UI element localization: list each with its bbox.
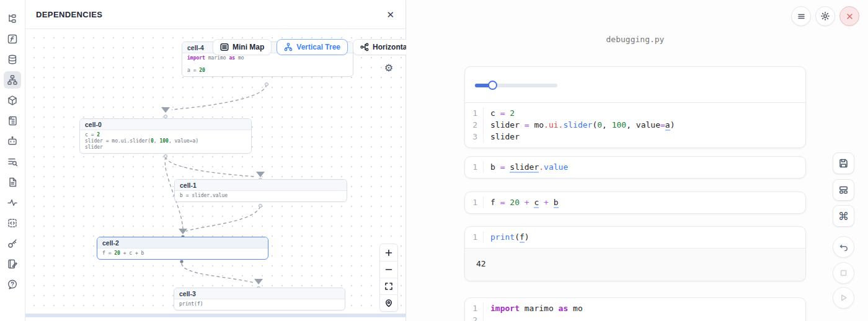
code-line[interactable]: b = slider.value: [484, 161, 568, 173]
undo-icon: [839, 242, 849, 252]
left-icon-rail: [0, 0, 25, 321]
code-line[interactable]: f = 20 + c + b: [484, 196, 559, 208]
dependencies-panel-header: DEPENDENCIES ✕: [25, 0, 405, 29]
zoom-in-button[interactable]: [380, 244, 397, 261]
run-button[interactable]: [833, 287, 854, 309]
code-editor[interactable]: 1c = 2 2slider = mo.ui.slider(0, 100, va…: [465, 103, 805, 147]
panel-resize-handle[interactable]: [25, 314, 406, 317]
tracing-icon[interactable]: [4, 194, 21, 211]
shutdown-button[interactable]: [839, 6, 859, 26]
graph-view-toolbar: Mini Map Vertical Tree Horizontal Tree: [213, 39, 406, 55]
stop-button[interactable]: [833, 262, 854, 284]
code-editor[interactable]: 1b = slider.value: [465, 157, 805, 178]
layout-grid-icon: [838, 185, 849, 195]
horizontal-tree-button[interactable]: Horizontal Tree: [353, 39, 406, 55]
code-snippets-icon[interactable]: [4, 214, 21, 232]
line-number: 2: [465, 314, 484, 321]
node-code-line: print(f): [179, 301, 340, 307]
minimap-icon: [220, 43, 229, 51]
play-icon: [839, 293, 848, 302]
fit-view-button[interactable]: [380, 278, 397, 294]
edge-cell1-cell2: [186, 206, 260, 231]
code-line[interactable]: slider = mo.ui.slider(0, 100, value=a): [484, 119, 675, 131]
notebook-filename: debugging.py: [464, 35, 806, 44]
line-number: 3: [465, 131, 484, 143]
horizontal-tree-label: Horizontal Tree: [373, 43, 406, 51]
slider-thumb[interactable]: [488, 81, 497, 90]
node-code-line: a = 20: [187, 68, 348, 74]
close-x-icon: [846, 12, 854, 20]
minimap-button[interactable]: Mini Map: [213, 39, 272, 55]
node-code-line: c = 2: [85, 132, 246, 138]
dependency-graph-canvas[interactable]: cell-4 import marimo as mo a = 20 cell-0…: [25, 29, 406, 317]
horizontal-tree-icon: [360, 43, 369, 51]
save-floppy-icon: [838, 158, 849, 169]
layout-button[interactable]: [833, 179, 854, 201]
packages-icon[interactable]: [4, 92, 21, 109]
edge-cell2-cell3: [182, 263, 254, 283]
help-icon[interactable]: [4, 276, 21, 293]
node-code-line: [187, 61, 348, 68]
gear-icon: [820, 11, 830, 21]
cell-console-output: 42: [465, 248, 805, 281]
line-number: 1: [465, 302, 484, 314]
node-code-line: import marimo as mo: [187, 55, 348, 61]
close-panel-icon[interactable]: ✕: [386, 10, 394, 19]
node-code-line: b = slider.value: [180, 193, 342, 199]
cell-output-slider: [465, 67, 805, 103]
code-editor[interactable]: 1import marimo as mo 2: [465, 298, 805, 321]
node-title: cell-2: [97, 237, 268, 248]
code-line[interactable]: slider: [484, 131, 520, 143]
center-selection-button[interactable]: [380, 294, 397, 311]
snippets-search-icon[interactable]: [4, 153, 21, 170]
graph-zoom-controls: [379, 244, 398, 312]
functions-icon[interactable]: [4, 30, 21, 48]
menu-button[interactable]: [791, 6, 811, 26]
secrets-key-icon[interactable]: [4, 235, 21, 252]
code-editor[interactable]: 1f = 20 + c + b: [465, 192, 805, 213]
line-number: 1: [465, 196, 484, 208]
code-line[interactable]: c = 2: [484, 107, 515, 119]
panel-title: DEPENDENCIES: [36, 10, 102, 19]
line-number: 1: [465, 231, 484, 243]
undo-button[interactable]: [833, 236, 854, 258]
graph-node-cell-3[interactable]: cell-3 print(f): [174, 288, 345, 310]
hamburger-menu-icon: [797, 12, 806, 21]
slider-control[interactable]: [475, 81, 557, 90]
dependencies-icon[interactable]: [4, 71, 21, 89]
documentation-icon[interactable]: [4, 174, 21, 191]
node-code-line: slider = mo.ui.slider(0, 100, value=a): [85, 138, 246, 144]
vertical-tree-label: Vertical Tree: [296, 43, 340, 51]
save-button[interactable]: [833, 152, 854, 174]
keyboard-shortcuts-button[interactable]: ⌘: [833, 205, 854, 227]
logs-icon[interactable]: [4, 112, 21, 130]
node-title: cell-1: [175, 180, 347, 191]
vertical-tree-button[interactable]: Vertical Tree: [277, 39, 348, 55]
graph-settings-gear-icon[interactable]: ⚙: [383, 62, 395, 74]
code-line[interactable]: [484, 314, 490, 321]
notebook-cell-print[interactable]: 1print(f) 42: [464, 226, 806, 281]
node-code-line: f = 20 + c + b: [102, 250, 263, 257]
datasources-icon[interactable]: [4, 51, 21, 68]
notebook-cell-import[interactable]: 1import marimo as mo 2: [464, 297, 806, 321]
edge-cell0-cell1: [166, 157, 255, 177]
notebook-cell-slider[interactable]: 1c = 2 2slider = mo.ui.slider(0, 100, va…: [464, 66, 806, 148]
zoom-out-button[interactable]: [380, 261, 397, 278]
code-line[interactable]: print(f): [484, 231, 529, 243]
graph-node-cell-1[interactable]: cell-1 b = slider.value: [174, 179, 347, 202]
chat-icon[interactable]: [4, 133, 21, 150]
code-line[interactable]: import marimo as mo: [484, 302, 583, 314]
graph-node-cell-2[interactable]: cell-2 f = 20 + c + b: [97, 237, 268, 260]
minimap-label: Mini Map: [232, 43, 264, 51]
line-number: 1: [465, 107, 484, 119]
scratchpad-icon[interactable]: [4, 255, 21, 273]
graph-node-cell-0[interactable]: cell-0 c = 2 slider = mo.ui.slider(0, 10…: [79, 118, 252, 154]
line-number: 2: [465, 119, 484, 131]
top-right-controls: [791, 6, 859, 26]
notebook-cell-f[interactable]: 1f = 20 + c + b: [464, 191, 806, 214]
notebook-cell-b[interactable]: 1b = slider.value: [464, 156, 806, 178]
vertical-tree-icon: [284, 43, 293, 51]
code-editor[interactable]: 1print(f): [465, 227, 805, 248]
settings-button[interactable]: [815, 6, 835, 26]
file-explorer-icon[interactable]: [4, 10, 21, 27]
